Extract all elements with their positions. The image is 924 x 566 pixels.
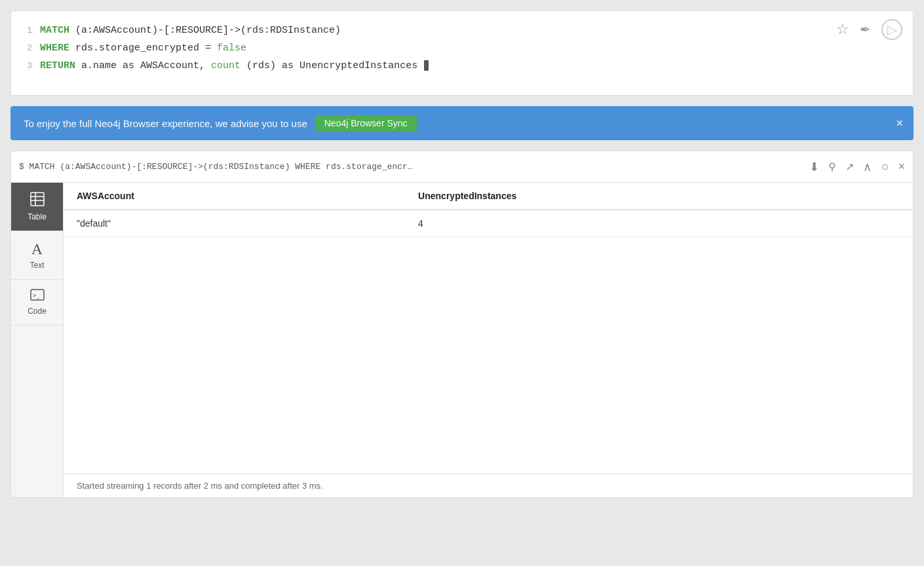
notification-text: To enjoy the full Neo4j Browser experien…	[24, 118, 307, 129]
svg-rect-0	[31, 193, 44, 206]
result-panel: $ MATCH (a:AWSAccount)-[:RESOURCE]->(rds…	[10, 151, 914, 498]
result-query-preview: $ MATCH (a:AWSAccount)-[:RESOURCE]->(rds…	[19, 162, 801, 172]
text-cursor	[424, 60, 429, 71]
notification-banner: To enjoy the full Neo4j Browser experien…	[10, 106, 914, 140]
table-tab-icon	[30, 192, 45, 210]
editor-area: 1 MATCH (a:AWSAccount)-[:RESOURCE]->(rds…	[10, 10, 914, 96]
cell-awsaccount: "default"	[64, 210, 405, 237]
code-line-2: 2 WHERE rds.storage_encrypted = false	[22, 39, 902, 57]
code-tab-icon: >_	[30, 289, 45, 304]
keyword-return: RETURN	[40, 60, 75, 71]
tab-text-label: Text	[29, 261, 44, 270]
result-header-icons: ⬇ ⚲ ↗ ∧ ○ ×	[809, 159, 905, 174]
keyword-false: false	[217, 43, 246, 54]
line-number-2: 2	[22, 41, 32, 56]
favorite-icon[interactable]: ☆	[836, 21, 849, 38]
run-icon[interactable]: ▷	[881, 19, 902, 40]
expand-icon[interactable]: ↗	[845, 160, 854, 173]
line-number-3: 3	[22, 58, 32, 73]
pin-icon[interactable]: ⚲	[828, 160, 836, 173]
code-line-3: 3 RETURN a.name as AWSAccount, count (rd…	[22, 57, 902, 75]
text-tab-icon: A	[31, 240, 43, 258]
code-text-3a: a.name as AWSAccount,	[81, 60, 211, 71]
table-header-row: AWSAccount UnencryptedInstances	[64, 183, 913, 210]
column-header-unencrypted: UnencryptedInstances	[405, 183, 913, 210]
table-content-area: AWSAccount UnencryptedInstances "default…	[64, 183, 913, 497]
column-header-awsaccount: AWSAccount	[64, 183, 405, 210]
results-table: AWSAccount UnencryptedInstances "default…	[64, 183, 913, 237]
code-text-1: (a:AWSAccount)-[:RESOURCE]->(rds:RDSInst…	[75, 25, 341, 36]
status-bar: Started streaming 1 records after 2 ms a…	[64, 474, 913, 497]
line-content-3: RETURN a.name as AWSAccount, count (rds)…	[40, 57, 429, 75]
collapse-icon[interactable]: ∧	[863, 160, 872, 174]
keyword-match: MATCH	[40, 25, 69, 36]
tab-table[interactable]: Table	[11, 183, 63, 231]
tab-code-label: Code	[28, 307, 47, 316]
download-icon[interactable]: ⬇	[809, 160, 819, 174]
notification-close-button[interactable]: ×	[896, 117, 903, 130]
sync-button[interactable]: Neo4j Browser Sync	[315, 115, 417, 131]
code-text-3b: (rds) as UnencryptedInstances	[246, 60, 417, 71]
sidebar-tabs: Table A Text >_ Code	[11, 183, 64, 497]
keyword-count: count	[211, 60, 241, 71]
status-text: Started streaming 1 records after 2 ms a…	[77, 481, 323, 491]
line-content-2: WHERE rds.storage_encrypted = false	[40, 39, 246, 57]
result-header: $ MATCH (a:AWSAccount)-[:RESOURCE]->(rds…	[11, 151, 913, 183]
close-result-icon[interactable]: ×	[898, 160, 905, 174]
line-content-1: MATCH (a:AWSAccount)-[:RESOURCE]->(rds:R…	[40, 22, 341, 39]
code-editor[interactable]: 1 MATCH (a:AWSAccount)-[:RESOURCE]->(rds…	[16, 22, 902, 75]
cell-unencrypted: 4	[405, 210, 913, 237]
edit-icon[interactable]: ✒	[860, 22, 871, 37]
keyword-where: WHERE	[40, 43, 69, 54]
editor-toolbar: ☆ ✒ ▷	[836, 19, 902, 40]
svg-text:>_: >_	[33, 292, 40, 299]
code-line-1: 1 MATCH (a:AWSAccount)-[:RESOURCE]->(rds…	[22, 22, 902, 39]
tab-code[interactable]: >_ Code	[11, 280, 63, 326]
tab-text[interactable]: A Text	[11, 231, 63, 280]
table-row: "default" 4	[64, 210, 913, 237]
code-text-2: rds.storage_encrypted =	[75, 43, 217, 54]
refresh-icon[interactable]: ○	[881, 159, 889, 174]
tab-table-label: Table	[28, 212, 47, 221]
line-number-1: 1	[22, 23, 32, 38]
result-body: Table A Text >_ Code	[11, 183, 913, 497]
